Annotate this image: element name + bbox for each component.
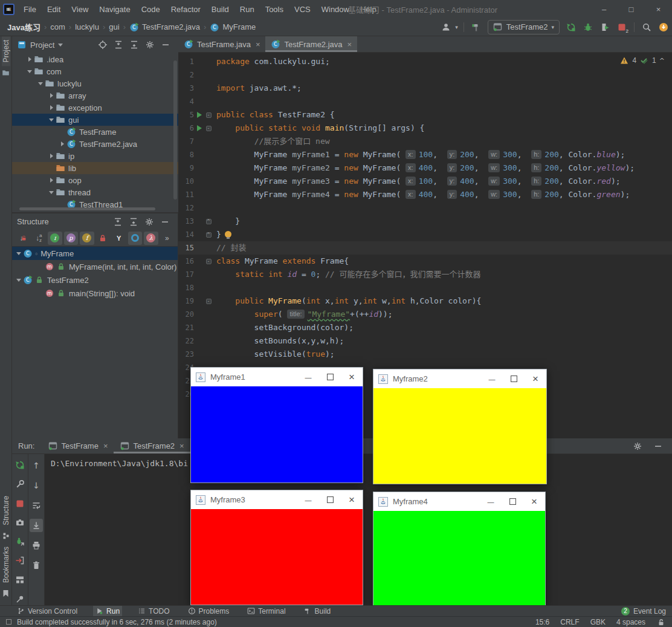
attach-debug-button[interactable] [13, 536, 27, 548]
structure-tree-item-main-string-void[interactable]: mmain(String[]): void [12, 287, 178, 300]
menu-item-run[interactable]: Run [234, 0, 260, 18]
chevron-down-icon[interactable] [58, 44, 63, 47]
fold-marker-icon[interactable]: - [206, 126, 212, 131]
code-line-12[interactable]: 12 [178, 201, 672, 215]
breadcrumb-item-testframe2-java[interactable]: CTestFrame2.java [129, 22, 200, 32]
chevron-right-icon[interactable] [47, 154, 56, 158]
soft-wrap-button[interactable] [30, 499, 43, 512]
lock-button[interactable] [96, 232, 111, 245]
wrench-icon[interactable] [15, 479, 25, 489]
fold-marker-icon[interactable]: - [206, 299, 212, 304]
close-button[interactable]: × [523, 492, 545, 511]
maximize-button[interactable] [502, 492, 523, 511]
locate-button[interactable] [95, 37, 111, 52]
settings-icon[interactable] [633, 441, 642, 451]
awt-title-bar[interactable]: Myframe1—× [191, 368, 363, 386]
camera-icon[interactable] [15, 518, 25, 527]
collapse-all-icon[interactable] [129, 40, 139, 50]
build-button[interactable] [468, 20, 484, 34]
project-tree-item-lib[interactable]: lib [12, 162, 178, 174]
expand-all-button[interactable] [110, 215, 126, 229]
maximize-button[interactable] [319, 368, 341, 386]
close-button[interactable]: × [525, 369, 546, 388]
code-line-5[interactable]: 5-public class TestFrame2 { [178, 108, 672, 122]
close-tab-icon[interactable]: × [179, 441, 184, 450]
exit-button[interactable] [13, 554, 27, 567]
collapse-all-icon[interactable] [129, 217, 138, 227]
chevron-down-icon[interactable] [25, 70, 34, 73]
rerun-icon[interactable] [15, 460, 25, 470]
debug-icon[interactable] [583, 22, 593, 32]
indent-setting[interactable]: 4 spaces [616, 618, 645, 626]
menu-item-edit[interactable]: Edit [42, 0, 66, 18]
close-tab-icon[interactable]: × [256, 40, 260, 49]
run-gutter-icon[interactable] [194, 125, 204, 131]
project-tree-item-array[interactable]: array [12, 89, 178, 102]
stripe-tab-project[interactable]: Project [2, 36, 10, 66]
wrench-button[interactable] [13, 478, 27, 491]
settings-button[interactable] [141, 215, 157, 229]
close-button[interactable]: × [341, 490, 363, 509]
menu-item-tools[interactable]: Tools [260, 0, 289, 18]
breadcrumb-item-java-[interactable]: Java练习 [7, 21, 40, 33]
file-encoding[interactable]: GBK [590, 618, 606, 626]
scroll-end-button[interactable] [30, 519, 43, 532]
coverage-icon[interactable] [600, 22, 610, 32]
chevron-right-icon[interactable] [25, 57, 34, 62]
run-button[interactable] [563, 20, 579, 34]
code-area[interactable]: 1package com.luckylu.gui;23import java.a… [178, 53, 672, 401]
search-everywhere-button[interactable] [639, 20, 654, 34]
stripe-tab-bookmarks[interactable]: Bookmarks [2, 543, 10, 586]
stripe-tab-structure[interactable]: Structure [2, 492, 10, 529]
settings-button[interactable] [630, 439, 645, 453]
chevron-down-icon[interactable] [15, 252, 23, 255]
fold-end-marker-icon[interactable]: ^ [206, 232, 212, 238]
attach-debug-icon[interactable] [15, 537, 25, 547]
code-line-18[interactable]: 18 [178, 281, 672, 294]
structure-tree-item-testframe2[interactable]: CTestFrame2 [12, 273, 178, 287]
menu-item-vcs[interactable]: VCS [289, 0, 316, 18]
layout-icon[interactable] [15, 575, 25, 585]
chevron-down-icon[interactable] [15, 279, 23, 282]
toolwindow-button-terminal[interactable]: Terminal [245, 606, 288, 616]
menu-item-refactor[interactable]: Refactor [166, 0, 206, 18]
minimize-button[interactable]: — [297, 490, 319, 509]
settings-icon[interactable] [144, 217, 154, 227]
breadcrumb-item-gui[interactable]: gui [109, 22, 119, 31]
show-lambdas-button[interactable]: λ [144, 232, 158, 245]
hide-icon[interactable] [653, 441, 663, 451]
settings-icon[interactable] [145, 40, 155, 50]
toolwindow-button-version-control[interactable]: Version Control [15, 606, 80, 616]
menu-item-file[interactable]: File [18, 0, 42, 18]
close-button[interactable]: × [341, 368, 363, 386]
code-line-21[interactable]: 21 setBackground(color); [178, 321, 672, 334]
clear-button[interactable] [30, 559, 43, 572]
collapse-all-button[interactable] [126, 215, 141, 229]
code-line-13[interactable]: 13^ } [178, 215, 672, 228]
editor-tab-testframe2-java[interactable]: CTestFrame2.java× [265, 36, 357, 52]
structure-tree-item-myframe[interactable]: C○MyFrame [12, 247, 178, 260]
chevron-down-icon[interactable] [47, 119, 56, 122]
camera-button[interactable] [13, 516, 27, 529]
settings-button[interactable] [142, 37, 158, 52]
menu-item-code[interactable]: Code [136, 0, 166, 18]
pin-button[interactable] [13, 593, 27, 605]
inspections-widget[interactable]: 4 1 ^ [619, 56, 665, 65]
more-button[interactable]: » [160, 232, 175, 245]
stop-button[interactable]: 2 [614, 20, 630, 34]
event-log-button[interactable]: 2Event Log [621, 607, 666, 616]
project-tree-item-exception[interactable]: exception [12, 102, 178, 114]
hammer-icon[interactable] [471, 22, 481, 32]
updates-icon[interactable] [659, 22, 668, 32]
project-tree-item--idea[interactable]: .idea [12, 53, 178, 65]
minimize-button[interactable]: — [297, 368, 319, 386]
maximize-button[interactable] [503, 369, 525, 388]
toolwindow-button-todo[interactable]: TODO [135, 606, 172, 616]
awt-title-bar[interactable]: Myframe2—× [373, 369, 546, 388]
minimize-button[interactable]: — [480, 492, 502, 511]
horizontal-scrollbar[interactable] [19, 207, 155, 210]
breadcrumb-item-com[interactable]: com [50, 22, 65, 31]
sort-alpha-button[interactable]: ↓az [32, 232, 47, 245]
code-line-14[interactable]: 14^} [178, 228, 672, 241]
minimize-button[interactable]: – [590, 0, 618, 18]
